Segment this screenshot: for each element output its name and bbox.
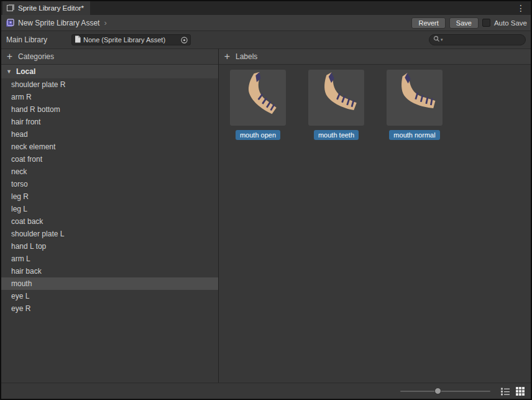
labels-header-label: Labels	[236, 52, 257, 61]
category-label: hand R bottom	[11, 105, 60, 114]
category-row[interactable]: coat front	[1, 153, 218, 165]
slider-knob[interactable]	[434, 388, 441, 394]
category-label: shoulder plate L	[11, 230, 64, 238]
sprite-thumbnail[interactable]	[387, 70, 443, 126]
main-library-object-field[interactable]: None (Sprite Library Asset)	[71, 34, 191, 45]
sprite-label-text: mouth teeth	[318, 131, 354, 139]
categories-panel-header: + Categories	[1, 49, 218, 65]
add-category-button[interactable]: +	[6, 52, 14, 61]
category-label: leg R	[11, 192, 29, 201]
category-label: coat back	[11, 217, 43, 226]
search-caret-icon: ▾	[441, 37, 443, 42]
auto-save-checkbox[interactable]	[482, 19, 490, 27]
save-button[interactable]: Save	[449, 17, 479, 29]
category-label: mouth	[11, 279, 32, 288]
category-row[interactable]: hair back	[1, 265, 218, 277]
local-foldout[interactable]: ▼ Local	[1, 65, 218, 78]
labels-panel-header: + Labels	[219, 49, 531, 65]
labels-panel: + Labels mouth open	[219, 49, 531, 383]
toolbar: New Sprite Library Asset › Revert Save A…	[1, 15, 531, 31]
sprite-label-text: mouth open	[240, 131, 276, 139]
category-row[interactable]: shoulder plate L	[1, 228, 218, 240]
auto-save-label: Auto Save	[494, 19, 527, 27]
category-label: hair front	[11, 118, 40, 126]
sprite-label-card[interactable]: mouth open	[230, 70, 286, 140]
category-row[interactable]: leg L	[1, 203, 218, 215]
sprite-label-pill[interactable]: mouth open	[236, 130, 280, 140]
main-library-row: Main Library None (Sprite Library Asset)…	[1, 31, 531, 49]
slider-track[interactable]	[400, 391, 490, 392]
category-row[interactable]: arm L	[1, 253, 218, 265]
bottom-bar	[1, 383, 531, 399]
content-area: + Categories ▼ Local shoulder plate R ar…	[1, 49, 531, 383]
category-row[interactable]: mouth	[1, 277, 218, 290]
mouth-sprite	[388, 72, 441, 124]
category-label: eye L	[11, 292, 29, 300]
grid-view-icon[interactable]	[515, 386, 525, 396]
category-row[interactable]: neck element	[1, 141, 218, 153]
category-row[interactable]: hand L top	[1, 240, 218, 253]
breadcrumb-separator-icon: ›	[104, 18, 106, 27]
category-row[interactable]: hand R bottom	[1, 103, 218, 116]
category-label: head	[11, 130, 28, 139]
sprite-label-pill[interactable]: mouth teeth	[314, 130, 359, 140]
add-label-button[interactable]: +	[223, 52, 231, 61]
object-picker-icon[interactable]	[180, 36, 188, 44]
revert-button[interactable]: Revert	[411, 17, 445, 29]
category-row[interactable]: arm R	[1, 91, 218, 103]
list-view-icon[interactable]	[500, 386, 510, 396]
tab-title: Sprite Library Editor*	[18, 4, 84, 12]
sprite-library-editor-window: Sprite Library Editor* ⋮ New Sprite Libr…	[0, 0, 532, 400]
category-label: eye R	[11, 304, 30, 313]
mouth-sprite	[232, 72, 284, 124]
category-label: neck	[11, 167, 27, 176]
object-field-value: None (Sprite Library Asset)	[83, 36, 178, 44]
category-label: hair back	[11, 267, 42, 276]
tab-bar: Sprite Library Editor* ⋮	[1, 1, 531, 15]
categories-panel: + Categories ▼ Local shoulder plate R ar…	[1, 49, 219, 383]
category-row[interactable]: torso	[1, 178, 218, 190]
category-label: shoulder plate R	[11, 80, 65, 89]
category-row[interactable]: eye R	[1, 302, 218, 315]
category-label: coat front	[11, 155, 42, 164]
sprite-thumbnail[interactable]	[308, 70, 364, 126]
mouth-sprite	[310, 72, 362, 124]
sprite-thumbnail[interactable]	[230, 70, 286, 126]
category-row[interactable]: hair front	[1, 116, 218, 128]
category-row[interactable]: leg R	[1, 190, 218, 203]
sprite-label-card[interactable]: mouth normal	[387, 70, 443, 140]
sprite-library-asset-icon	[5, 18, 15, 28]
search-field[interactable]: ▾	[429, 34, 526, 45]
local-group-label: Local	[16, 67, 35, 76]
sprite-label-card[interactable]: mouth teeth	[308, 70, 364, 140]
sprite-label-text: mouth normal	[393, 131, 435, 139]
category-label: arm L	[11, 254, 30, 263]
category-label: hand L top	[11, 242, 46, 251]
category-label: torso	[11, 180, 28, 188]
breadcrumb[interactable]: New Sprite Library Asset	[18, 19, 99, 27]
thumbnail-size-slider[interactable]	[400, 386, 490, 396]
category-list: shoulder plate R arm R hand R bottom hai…	[1, 78, 218, 383]
labels-grid: mouth open mouth teeth	[219, 65, 531, 140]
tab-sprite-library-editor[interactable]: Sprite Library Editor*	[2, 1, 90, 15]
kebab-menu-icon[interactable]: ⋮	[511, 1, 531, 15]
category-row[interactable]: neck	[1, 165, 218, 178]
categories-header-label: Categories	[18, 52, 54, 61]
category-label: neck element	[11, 142, 55, 151]
category-label: leg L	[11, 205, 27, 213]
category-row[interactable]: shoulder plate R	[1, 78, 218, 91]
sprite-label-pill[interactable]: mouth normal	[389, 130, 439, 140]
category-row[interactable]: eye L	[1, 290, 218, 302]
category-label: arm R	[11, 93, 32, 101]
search-icon	[433, 35, 440, 44]
category-row[interactable]: coat back	[1, 215, 218, 228]
main-library-label: Main Library	[6, 35, 71, 44]
asset-doc-icon	[75, 35, 81, 44]
foldout-triangle-icon: ▼	[6, 68, 12, 75]
toolbar-right-group: Revert Save Auto Save	[411, 17, 527, 29]
category-row[interactable]: head	[1, 128, 218, 141]
sprite-library-window-icon	[6, 4, 15, 12]
